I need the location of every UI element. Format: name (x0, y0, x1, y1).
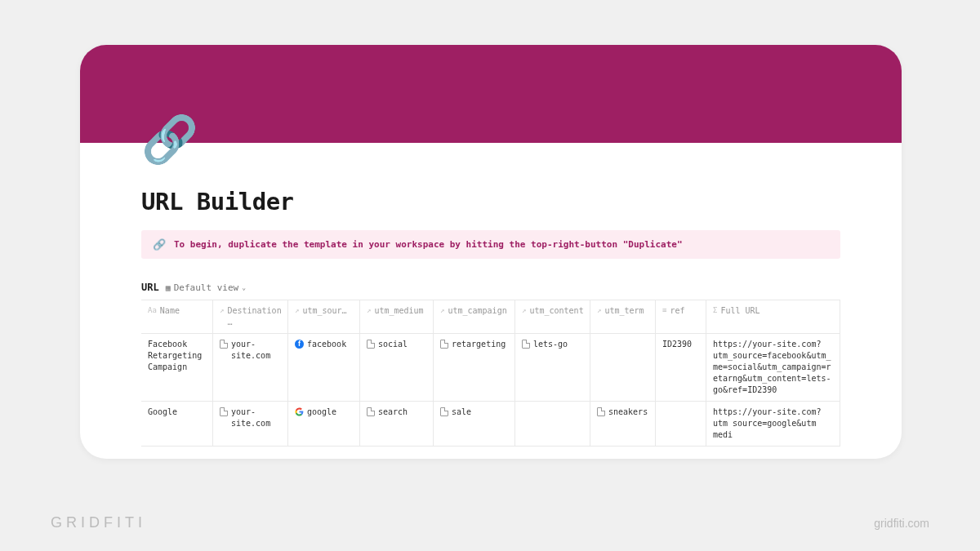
table-row[interactable]: Facebook Retargeting Campaign your-site.… (141, 334, 840, 402)
column-header-utm-campaign[interactable]: ↗ utm_campaign (434, 300, 515, 333)
page-icon (367, 340, 375, 349)
relation-icon: ↗ (522, 305, 526, 316)
relation-icon: ↗ (440, 305, 444, 316)
column-header-utm-term[interactable]: ↗ utm_term (590, 300, 656, 333)
cell-utm-medium[interactable]: social (360, 334, 434, 401)
facebook-icon: f (295, 340, 304, 349)
page-icon (597, 407, 605, 416)
cell-full-url[interactable]: https://your-site.com?utm source=google&… (706, 402, 840, 446)
text-icon: Aa (148, 305, 157, 316)
cover-image (80, 45, 902, 143)
column-header-utm-content[interactable]: ↗ utm_content (515, 300, 590, 333)
cell-name[interactable]: Google (141, 402, 213, 446)
cell-destination[interactable]: your-site.com (213, 334, 288, 401)
cell-utm-content[interactable]: lets-go (515, 334, 590, 401)
cell-utm-content[interactable] (515, 402, 590, 446)
view-selector[interactable]: ▦ Default view ⌄ (166, 282, 246, 293)
page-icon (220, 340, 228, 349)
table-row[interactable]: Google your-site.com google s (141, 402, 840, 446)
cell-utm-term[interactable]: sneakers (590, 402, 656, 446)
cell-utm-medium[interactable]: search (360, 402, 434, 446)
callout-block[interactable]: 🔗 To begin, duplicate the template in yo… (141, 230, 840, 259)
page-title[interactable]: URL Builder (141, 188, 840, 216)
chevron-down-icon: ⌄ (242, 284, 246, 291)
column-header-utm-medium[interactable]: ↗ utm_medium (360, 300, 434, 333)
page-icon (522, 340, 530, 349)
text-property-icon: ≡ (662, 305, 666, 316)
page-icon[interactable]: 🔗 (141, 117, 198, 162)
cell-ref[interactable] (656, 402, 706, 446)
cell-name[interactable]: Facebook Retargeting Campaign (141, 334, 213, 401)
database-header: URL ▦ Default view ⌄ (141, 282, 840, 293)
column-header-ref[interactable]: ≡ ref (656, 300, 706, 333)
column-header-full-url[interactable]: Σ Full URL (706, 300, 840, 333)
callout-text: To begin, duplicate the template in your… (174, 239, 683, 250)
relation-icon: ↗ (367, 305, 371, 316)
page-icon (440, 340, 448, 349)
database-title[interactable]: URL (141, 282, 159, 293)
relation-icon: ↗ (295, 305, 299, 316)
page-icon (440, 407, 448, 416)
view-label: Default view (174, 282, 238, 293)
table-icon: ▦ (166, 283, 171, 292)
cell-utm-campaign[interactable]: sale (434, 402, 515, 446)
cell-utm-source[interactable]: f facebook (288, 334, 360, 401)
relation-icon: ↗ (597, 305, 601, 316)
page-content: URL Builder 🔗 To begin, duplicate the te… (80, 143, 902, 447)
relation-icon: ↗ (220, 305, 224, 316)
cell-full-url[interactable]: https://your-site.com?utm_source=faceboo… (706, 334, 840, 401)
column-header-name[interactable]: Aa Name (141, 300, 213, 333)
app-card: 🔗 URL Builder 🔗 To begin, duplicate the … (80, 45, 902, 459)
google-icon (295, 407, 304, 416)
column-header-utm-source[interactable]: ↗ utm_sour… (288, 300, 360, 333)
cell-utm-campaign[interactable]: retargeting (434, 334, 515, 401)
brand-logo: GRIDFITI (51, 514, 146, 531)
page-icon (220, 407, 228, 416)
cell-destination[interactable]: your-site.com (213, 402, 288, 446)
page-icon (367, 407, 375, 416)
table-header-row: Aa Name ↗ Destination … ↗ utm_sour… ↗ ut… (141, 300, 840, 334)
column-header-destination[interactable]: ↗ Destination … (213, 300, 288, 333)
cell-utm-term[interactable] (590, 334, 656, 401)
database-table: Aa Name ↗ Destination … ↗ utm_sour… ↗ ut… (141, 300, 840, 447)
link-icon: 🔗 (153, 238, 166, 251)
cell-ref[interactable]: ID2390 (656, 334, 706, 401)
brand-url: gridfiti.com (874, 517, 929, 530)
formula-icon: Σ (713, 305, 717, 316)
cell-utm-source[interactable]: google (288, 402, 360, 446)
